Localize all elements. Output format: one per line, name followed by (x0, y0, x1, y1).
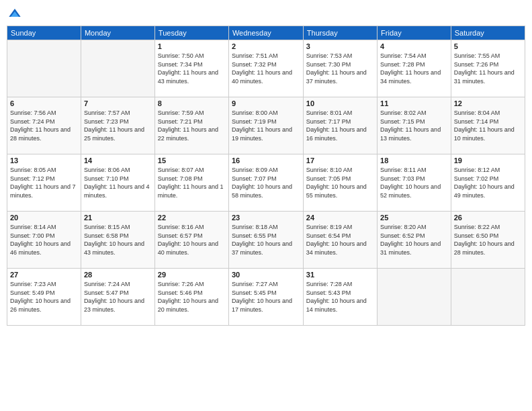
day-number: 31 (306, 271, 374, 279)
day-info: Sunrise: 8:09 AM Sunset: 7:07 PM Dayligh… (232, 166, 300, 199)
day-number: 10 (306, 99, 374, 107)
day-info: Sunrise: 7:27 AM Sunset: 5:45 PM Dayligh… (232, 280, 300, 314)
calendar-cell (7, 40, 81, 97)
calendar-cell (451, 269, 525, 326)
day-number: 9 (232, 99, 300, 107)
day-number: 29 (158, 271, 226, 279)
calendar-cell: 30Sunrise: 7:27 AM Sunset: 5:45 PM Dayli… (228, 269, 303, 326)
calendar-cell: 5Sunrise: 7:55 AM Sunset: 7:26 PM Daylig… (451, 40, 525, 97)
day-number: 24 (306, 214, 374, 222)
day-info: Sunrise: 8:20 AM Sunset: 6:52 PM Dayligh… (380, 223, 448, 257)
calendar-header-tuesday: Tuesday (154, 26, 228, 40)
week-row-5: 27Sunrise: 7:23 AM Sunset: 5:49 PM Dayli… (7, 269, 525, 326)
day-info: Sunrise: 7:57 AM Sunset: 7:23 PM Dayligh… (84, 109, 152, 142)
calendar-cell: 6Sunrise: 7:56 AM Sunset: 7:24 PM Daylig… (7, 97, 81, 154)
calendar-cell: 16Sunrise: 8:09 AM Sunset: 7:07 PM Dayli… (228, 154, 303, 212)
calendar-cell: 27Sunrise: 7:23 AM Sunset: 5:49 PM Dayli… (7, 269, 81, 326)
calendar-cell: 7Sunrise: 7:57 AM Sunset: 7:23 PM Daylig… (81, 97, 154, 154)
calendar-cell: 1Sunrise: 7:50 AM Sunset: 7:34 PM Daylig… (154, 40, 228, 97)
day-info: Sunrise: 7:23 AM Sunset: 5:49 PM Dayligh… (10, 280, 78, 314)
day-info: Sunrise: 8:00 AM Sunset: 7:19 PM Dayligh… (232, 109, 300, 142)
day-number: 13 (10, 156, 78, 165)
day-number: 25 (380, 214, 448, 222)
calendar-cell: 25Sunrise: 8:20 AM Sunset: 6:52 PM Dayli… (378, 212, 451, 269)
calendar-cell: 28Sunrise: 7:24 AM Sunset: 5:47 PM Dayli… (81, 269, 154, 326)
day-number: 28 (84, 271, 152, 279)
calendar-header-saturday: Saturday (451, 26, 525, 40)
calendar-cell: 12Sunrise: 8:04 AM Sunset: 7:14 PM Dayli… (451, 97, 525, 154)
day-number: 2 (232, 42, 300, 50)
week-row-2: 6Sunrise: 7:56 AM Sunset: 7:24 PM Daylig… (7, 97, 525, 154)
day-info: Sunrise: 8:01 AM Sunset: 7:17 PM Dayligh… (306, 109, 374, 142)
day-number: 3 (306, 42, 374, 50)
calendar-cell: 8Sunrise: 7:59 AM Sunset: 7:21 PM Daylig… (154, 97, 228, 154)
calendar-cell: 2Sunrise: 7:51 AM Sunset: 7:32 PM Daylig… (228, 40, 303, 97)
day-info: Sunrise: 8:05 AM Sunset: 7:12 PM Dayligh… (10, 166, 78, 199)
week-row-1: 1Sunrise: 7:50 AM Sunset: 7:34 PM Daylig… (7, 40, 525, 97)
calendar-cell (81, 40, 154, 97)
calendar-header-sunday: Sunday (7, 26, 81, 40)
calendar-cell: 20Sunrise: 8:14 AM Sunset: 7:00 PM Dayli… (7, 212, 81, 269)
day-number: 5 (454, 42, 522, 50)
calendar-cell: 19Sunrise: 8:12 AM Sunset: 7:02 PM Dayli… (451, 154, 525, 212)
day-number: 26 (454, 214, 522, 222)
day-info: Sunrise: 7:59 AM Sunset: 7:21 PM Dayligh… (158, 109, 226, 142)
day-number: 18 (380, 156, 448, 165)
day-info: Sunrise: 7:54 AM Sunset: 7:28 PM Dayligh… (380, 52, 448, 85)
day-number: 11 (380, 99, 448, 107)
day-number: 7 (84, 99, 152, 107)
week-row-4: 20Sunrise: 8:14 AM Sunset: 7:00 PM Dayli… (7, 212, 525, 269)
day-info: Sunrise: 7:55 AM Sunset: 7:26 PM Dayligh… (454, 52, 522, 85)
calendar-cell: 24Sunrise: 8:19 AM Sunset: 6:54 PM Dayli… (303, 212, 377, 269)
day-info: Sunrise: 7:24 AM Sunset: 5:47 PM Dayligh… (84, 280, 152, 314)
header (7, 7, 525, 20)
logo-icon (8, 7, 21, 20)
calendar-cell (378, 269, 451, 326)
calendar-header-row: SundayMondayTuesdayWednesdayThursdayFrid… (7, 26, 525, 40)
day-info: Sunrise: 8:04 AM Sunset: 7:14 PM Dayligh… (454, 109, 522, 142)
day-number: 16 (232, 156, 300, 165)
day-number: 8 (158, 99, 226, 107)
day-info: Sunrise: 8:10 AM Sunset: 7:05 PM Dayligh… (306, 166, 374, 199)
calendar-cell: 13Sunrise: 8:05 AM Sunset: 7:12 PM Dayli… (7, 154, 81, 212)
day-info: Sunrise: 8:11 AM Sunset: 7:03 PM Dayligh… (380, 166, 448, 199)
day-info: Sunrise: 8:15 AM Sunset: 6:58 PM Dayligh… (84, 223, 152, 257)
calendar-header-thursday: Thursday (303, 26, 377, 40)
day-info: Sunrise: 8:12 AM Sunset: 7:02 PM Dayligh… (454, 166, 522, 199)
calendar-cell: 15Sunrise: 8:07 AM Sunset: 7:08 PM Dayli… (154, 154, 228, 212)
day-info: Sunrise: 8:16 AM Sunset: 6:57 PM Dayligh… (158, 223, 226, 257)
calendar-cell: 29Sunrise: 7:26 AM Sunset: 5:46 PM Dayli… (154, 269, 228, 326)
day-number: 21 (84, 214, 152, 222)
day-info: Sunrise: 8:14 AM Sunset: 7:00 PM Dayligh… (10, 223, 78, 257)
day-info: Sunrise: 8:06 AM Sunset: 7:10 PM Dayligh… (84, 166, 152, 199)
day-info: Sunrise: 8:18 AM Sunset: 6:55 PM Dayligh… (232, 223, 300, 257)
day-number: 17 (306, 156, 374, 165)
day-info: Sunrise: 8:19 AM Sunset: 6:54 PM Dayligh… (306, 223, 374, 257)
calendar-cell: 26Sunrise: 8:22 AM Sunset: 6:50 PM Dayli… (451, 212, 525, 269)
calendar-cell: 9Sunrise: 8:00 AM Sunset: 7:19 PM Daylig… (228, 97, 303, 154)
calendar-cell: 3Sunrise: 7:53 AM Sunset: 7:30 PM Daylig… (303, 40, 377, 97)
calendar-cell: 22Sunrise: 8:16 AM Sunset: 6:57 PM Dayli… (154, 212, 228, 269)
day-info: Sunrise: 7:56 AM Sunset: 7:24 PM Dayligh… (10, 109, 78, 142)
calendar: SundayMondayTuesdayWednesdayThursdayFrid… (7, 26, 525, 326)
day-info: Sunrise: 7:50 AM Sunset: 7:34 PM Dayligh… (158, 52, 226, 85)
day-number: 23 (232, 214, 300, 222)
day-info: Sunrise: 8:07 AM Sunset: 7:08 PM Dayligh… (158, 166, 226, 199)
day-number: 15 (158, 156, 226, 165)
day-number: 12 (454, 99, 522, 107)
week-row-3: 13Sunrise: 8:05 AM Sunset: 7:12 PM Dayli… (7, 154, 525, 212)
calendar-cell: 31Sunrise: 7:28 AM Sunset: 5:43 PM Dayli… (303, 269, 377, 326)
day-number: 19 (454, 156, 522, 165)
day-number: 20 (10, 214, 78, 222)
day-info: Sunrise: 7:26 AM Sunset: 5:46 PM Dayligh… (158, 280, 226, 314)
day-number: 4 (380, 42, 448, 50)
calendar-cell: 4Sunrise: 7:54 AM Sunset: 7:28 PM Daylig… (378, 40, 451, 97)
day-info: Sunrise: 7:51 AM Sunset: 7:32 PM Dayligh… (232, 52, 300, 85)
day-number: 22 (158, 214, 226, 222)
calendar-header-friday: Friday (378, 26, 451, 40)
calendar-cell: 21Sunrise: 8:15 AM Sunset: 6:58 PM Dayli… (81, 212, 154, 269)
day-info: Sunrise: 8:02 AM Sunset: 7:15 PM Dayligh… (380, 109, 448, 142)
day-number: 14 (84, 156, 152, 165)
day-number: 6 (10, 99, 78, 107)
day-info: Sunrise: 7:53 AM Sunset: 7:30 PM Dayligh… (306, 52, 374, 85)
